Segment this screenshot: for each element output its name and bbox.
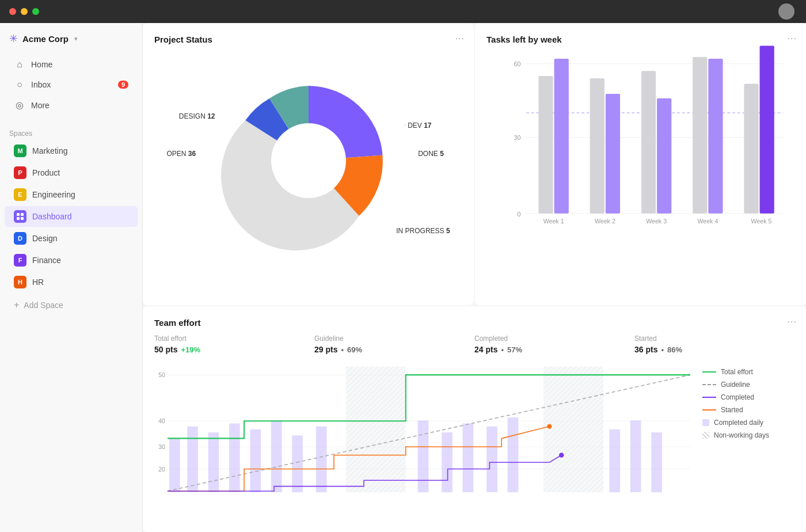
svg-text:40: 40: [158, 418, 165, 424]
nav-more-label: More: [31, 101, 50, 110]
stat-guideline: Guideline 29 pts • 69%: [314, 335, 474, 354]
legend-guideline: Guideline: [702, 381, 794, 389]
legend-completed-daily: Completed daily: [702, 419, 794, 427]
engineering-avatar: E: [14, 188, 26, 201]
maximize-button[interactable]: [32, 8, 39, 15]
company-header[interactable]: ✳ Acme Corp ▾: [0, 23, 142, 50]
project-status-title: Project Status: [154, 35, 462, 44]
tasks-by-week-card: Tasks left by week ··· 60 30 0: [475, 23, 806, 305]
team-effort-menu[interactable]: ···: [788, 317, 797, 327]
marketing-label: Marketing: [32, 146, 67, 155]
stat-completed-label: Completed: [474, 335, 623, 343]
legend-started: Started: [702, 406, 794, 414]
svg-rect-44: [630, 420, 641, 492]
svg-rect-31: [187, 427, 198, 492]
svg-rect-36: [292, 435, 303, 492]
sidebar-item-design[interactable]: D Design: [5, 228, 138, 249]
svg-text:30: 30: [158, 444, 165, 450]
legend-started-label: Started: [721, 406, 743, 414]
tasks-menu[interactable]: ···: [788, 33, 797, 44]
guideline-line-icon: [702, 384, 716, 385]
more-icon: ◎: [14, 100, 25, 111]
team-effort-title: Team effort: [154, 318, 794, 328]
w3-purple-bar: [657, 98, 671, 214]
company-name: Acme Corp: [22, 34, 69, 44]
svg-rect-1: [21, 213, 24, 216]
nav-more[interactable]: ◎ More: [5, 95, 138, 115]
design-label: Design: [32, 234, 58, 243]
team-effort-card: Team effort ··· Total effort 50 pts +19%: [143, 306, 806, 532]
finance-avatar: F: [14, 254, 26, 267]
svg-rect-3: [21, 217, 24, 220]
svg-point-4: [271, 123, 346, 198]
stat-started-value: 36 pts • 86%: [634, 345, 783, 354]
svg-text:Week 1: Week 1: [543, 218, 564, 225]
add-space-button[interactable]: + Add Space: [5, 295, 138, 315]
add-icon: +: [14, 300, 19, 310]
svg-rect-28: [346, 367, 406, 492]
svg-rect-30: [169, 438, 180, 492]
open-label: OPEN 36: [166, 150, 196, 158]
w1-purple-bar: [554, 59, 569, 214]
svg-rect-38: [418, 420, 429, 492]
sidebar-item-dashboard[interactable]: Dashboard: [5, 206, 138, 227]
dev-label: DEV 17: [408, 121, 431, 130]
titlebar: [0, 0, 806, 23]
legend-completed-daily-label: Completed daily: [714, 419, 763, 427]
w3-gray-bar: [641, 71, 656, 214]
svg-rect-40: [463, 423, 474, 492]
legend-completed: Completed: [702, 393, 794, 401]
chevron-down-icon: ▾: [74, 35, 78, 43]
sidebar-item-product[interactable]: P Product: [5, 162, 138, 183]
finance-label: Finance: [32, 256, 61, 265]
sidebar-item-engineering[interactable]: E Engineering: [5, 184, 138, 205]
w5-gray-bar: [744, 84, 758, 214]
svg-rect-41: [486, 427, 497, 492]
app-body: ✳ Acme Corp ▾ ⌂ Home ○ Inbox 9 ◎ More Sp…: [0, 23, 806, 532]
nav-home-label: Home: [31, 60, 52, 69]
dashboard-content: Project Status ···: [143, 23, 806, 532]
design-avatar: D: [14, 232, 26, 245]
legend-total-effort: Total effort: [702, 368, 794, 376]
svg-text:0: 0: [517, 211, 520, 218]
completed-line-icon: [702, 397, 716, 398]
completed-daily-box-icon: [702, 419, 709, 426]
user-avatar[interactable]: [778, 3, 794, 20]
project-status-menu[interactable]: ···: [455, 33, 465, 44]
traffic-lights: [9, 8, 39, 15]
team-chart-area: 50 40 30 20: [154, 363, 794, 501]
nav-inbox[interactable]: ○ Inbox 9: [5, 75, 138, 94]
svg-text:50: 50: [158, 372, 165, 378]
sidebar-item-marketing[interactable]: M Marketing: [5, 140, 138, 161]
project-status-card: Project Status ···: [143, 23, 474, 305]
team-chart-svg-container: 50 40 30 20: [154, 363, 693, 501]
minimize-button[interactable]: [21, 8, 28, 15]
nav-home[interactable]: ⌂ Home: [5, 55, 138, 74]
stat-guideline-label: Guideline: [314, 335, 463, 343]
svg-text:60: 60: [514, 60, 521, 67]
bar-chart: 60 30 0: [486, 51, 794, 270]
sidebar-item-finance[interactable]: F Finance: [5, 250, 138, 271]
engineering-label: Engineering: [32, 190, 75, 199]
spaces-section-title: Spaces: [0, 125, 142, 140]
svg-rect-34: [250, 430, 261, 492]
bottom-row: Team effort ··· Total effort 50 pts +19%: [143, 306, 806, 532]
w2-purple-bar: [606, 94, 620, 214]
svg-rect-32: [208, 432, 219, 492]
svg-text:Week 3: Week 3: [646, 218, 667, 225]
close-button[interactable]: [9, 8, 16, 15]
svg-rect-45: [651, 432, 662, 492]
svg-rect-35: [271, 420, 282, 492]
dashboard-avatar: [14, 210, 26, 223]
legend-guideline-label: Guideline: [721, 381, 750, 389]
chart-legend: Total effort Guideline Completed: [702, 363, 794, 501]
dashboard-label: Dashboard: [32, 212, 72, 221]
in-progress-label: IN PROGRESS 5: [396, 227, 450, 235]
stat-total-effort: Total effort 50 pts +19%: [154, 335, 314, 354]
tasks-title: Tasks left by week: [486, 35, 794, 44]
svg-text:Week 5: Week 5: [751, 218, 772, 225]
svg-rect-43: [609, 430, 620, 492]
sidebar-item-hr[interactable]: H HR: [5, 272, 138, 292]
stat-started-label: Started: [634, 335, 783, 343]
pie-chart: DEV 17 DONE 5 IN PROGRESS 5: [154, 51, 462, 270]
